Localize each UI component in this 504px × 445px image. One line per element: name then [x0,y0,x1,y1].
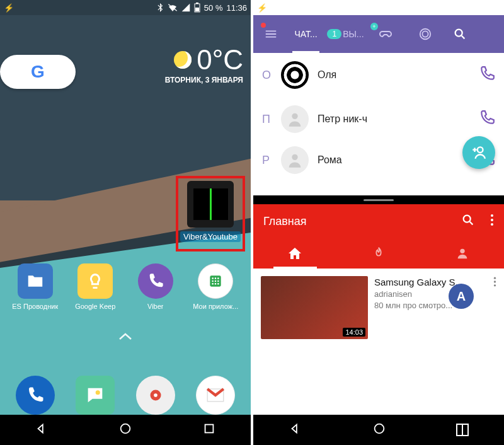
navbar [0,415,251,445]
svg-point-37 [494,284,496,286]
temp-value: 0°C [197,44,243,76]
svg-point-35 [494,277,496,279]
svg-point-34 [460,249,464,253]
messages-app[interactable] [76,376,115,415]
svg-point-26 [455,30,462,37]
nav-split[interactable] [456,424,469,436]
phone-app[interactable] [16,376,55,415]
viber-tab-calls[interactable]: 1ВЫ... [326,15,365,53]
wifi-icon [421,3,431,12]
call-icon[interactable] [479,110,495,129]
nav-home[interactable] [372,422,386,438]
viber-menu[interactable] [256,15,286,53]
nav-home[interactable] [118,422,132,438]
camera-app[interactable] [136,376,175,415]
viber-icon [138,263,173,299]
youtube-tabs [253,238,504,269]
svg-point-31 [491,214,493,217]
youtube-search-icon[interactable] [461,213,475,230]
signal-icon [181,3,190,12]
svg-rect-24 [420,29,430,40]
avatar-placeholder-icon [281,105,309,133]
svg-point-32 [491,219,493,221]
svg-point-38 [375,424,384,434]
app-my-apps[interactable]: Мои прилож... [189,263,242,310]
my-apps-icon [198,263,233,299]
nav-recent[interactable] [202,422,216,438]
svg-point-33 [491,223,493,226]
navbar-right [253,415,504,445]
google-search-pill[interactable]: G [0,55,76,89]
viber-new-contact-fab[interactable] [462,136,495,169]
battery-pct: 51 % [457,3,476,13]
viber-search[interactable] [445,15,475,53]
svg-point-16 [154,393,158,397]
svg-point-13 [217,283,219,285]
viber-tab-games[interactable]: + [365,15,405,53]
statusbar-right: ⚡ 51 % 11:27 [253,0,504,15]
nav-back[interactable] [289,422,302,438]
clock: 11:36 [226,3,247,13]
viber-tab-public[interactable] [405,15,445,53]
svg-point-28 [292,154,297,160]
statusbar: ⚡ 50 % 11:36 [0,0,251,15]
folder-label: Viber&Youtube [180,231,241,242]
youtube-title: Главная [263,215,307,228]
svg-point-9 [215,280,217,282]
battery-icon [447,3,454,13]
svg-point-14 [96,390,100,395]
split-app-icon [187,181,234,228]
svg-point-11 [212,283,214,285]
avatar-placeholder-icon [281,146,309,174]
weather-date: ВТОРНИК, 3 ЯНВАРЯ [165,76,243,84]
youtube-tab-trending[interactable] [337,238,421,269]
svg-point-5 [212,277,214,279]
clock: 11:27 [479,3,500,13]
youtube-tab-home[interactable] [253,238,337,269]
avatar [281,61,309,89]
svg-point-30 [464,215,471,222]
svg-rect-25 [422,31,428,37]
video-more-icon[interactable] [493,276,496,290]
svg-rect-23 [449,8,452,11]
wifi-icon [168,3,178,12]
viber-header: ЧАТ... 1ВЫ... + [253,15,504,53]
youtube-more-icon[interactable] [490,214,494,229]
app-drawer-arrow[interactable] [118,330,132,344]
svg-point-27 [292,113,297,119]
bluetooth-icon [410,3,417,12]
flash-icon: ⚡ [257,3,267,13]
highlighted-folder[interactable]: Viber&Youtube [176,176,245,251]
svg-point-12 [215,283,217,285]
app-viber[interactable]: Viber [129,263,182,310]
weather-widget[interactable]: 0°C ВТОРНИК, 3 ЯНВАРЯ [165,44,243,84]
svg-rect-22 [449,3,452,4]
svg-point-29 [478,147,483,153]
youtube-tab-account[interactable] [420,238,504,269]
app-google-keep[interactable]: Google Keep [69,263,122,310]
battery-icon [194,3,200,13]
svg-point-36 [494,280,496,282]
signal-icon [435,3,444,12]
svg-rect-19 [205,425,213,433]
video-duration: 14:03 [343,328,365,337]
split-screen-handle[interactable] [253,195,504,204]
svg-point-18 [121,424,130,434]
weather-icon [174,51,192,69]
app-es-explorer[interactable]: ES Проводник [9,263,62,310]
viber-tab-chats[interactable]: ЧАТ... [286,15,326,53]
flash-icon: ⚡ [4,3,14,13]
gmail-app[interactable] [196,376,235,415]
video-thumbnail: 14:03 [261,276,368,339]
svg-point-6 [215,277,217,279]
svg-rect-2 [196,3,198,4]
chat-row[interactable]: О Оля [253,53,504,97]
svg-point-7 [217,277,219,279]
nav-back[interactable] [35,422,49,438]
chat-row[interactable]: П Петр ник-ч [253,97,504,141]
dock [0,376,251,415]
svg-point-8 [212,280,214,282]
svg-rect-3 [195,8,199,11]
call-icon[interactable] [479,66,495,84]
channel-avatar[interactable]: A [449,284,474,309]
